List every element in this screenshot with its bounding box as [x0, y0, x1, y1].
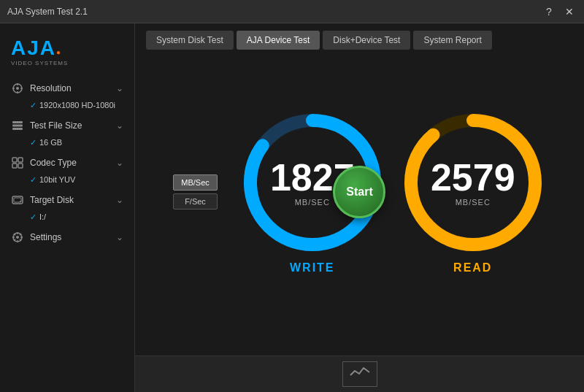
- main-container: AJA● VIDEO SYSTEMS Resolution ⌄ ✓1920x10…: [0, 23, 584, 392]
- sidebar-item-settings[interactable]: Settings ⌄: [0, 226, 134, 248]
- disk-value: ✓I:/: [0, 211, 134, 226]
- settings-chevron: ⌄: [116, 232, 123, 242]
- aja-logo: AJA● VIDEO SYSTEMS: [0, 31, 134, 77]
- tab-aja-device-test[interactable]: AJA Device Test: [237, 31, 320, 50]
- filesize-check: ✓: [30, 138, 36, 147]
- read-gauge: 2579 MB/SEC: [400, 109, 546, 255]
- resolution-chevron: ⌄: [116, 83, 123, 93]
- read-label: READ: [453, 261, 492, 274]
- start-button-container: Start: [333, 166, 385, 218]
- write-unit: MB/SEC: [295, 198, 330, 207]
- svg-rect-6: [12, 121, 23, 123]
- write-label: WRITE: [290, 261, 335, 274]
- codec-check: ✓: [30, 175, 36, 184]
- aja-subtitle: VIDEO SYSTEMS: [11, 60, 123, 66]
- close-button[interactable]: ✕: [562, 4, 577, 19]
- svg-point-1: [16, 87, 19, 90]
- codec-chevron: ⌄: [116, 158, 123, 168]
- codec-value: ✓10bit YUV: [0, 174, 134, 189]
- fsec-button[interactable]: F/Sec: [173, 193, 218, 210]
- settings-label: Settings: [30, 232, 116, 242]
- disk-chevron: ⌄: [116, 195, 123, 205]
- sidebar-item-disk[interactable]: Target Disk ⌄: [0, 189, 134, 211]
- title-bar-text: AJA System Test 2.1: [7, 7, 542, 17]
- filesize-label: Test File Size: [30, 120, 116, 131]
- resolution-label: Resolution: [30, 83, 116, 93]
- content-area: System Disk Test AJA Device Test Disk+De…: [135, 23, 584, 392]
- tab-system-report[interactable]: System Report: [413, 31, 491, 50]
- start-button[interactable]: Start: [333, 166, 385, 218]
- mbsec-button[interactable]: MB/Sec: [173, 174, 218, 191]
- bottom-bar: [135, 356, 584, 392]
- read-value: 2579: [431, 158, 515, 196]
- tab-disk-device-test[interactable]: Disk+Device Test: [323, 31, 410, 50]
- svg-rect-8: [12, 128, 23, 130]
- svg-rect-7: [12, 125, 23, 127]
- filesize-chevron: ⌄: [116, 120, 123, 131]
- filesize-icon: [11, 119, 24, 132]
- aja-logo-text: AJA●: [11, 38, 62, 58]
- help-button[interactable]: ?: [542, 4, 556, 19]
- settings-icon: [11, 231, 24, 244]
- title-bar: AJA System Test 2.1 ? ✕: [0, 0, 584, 23]
- read-gauge-inner: 2579 MB/SEC: [431, 158, 515, 207]
- resolution-icon: [11, 82, 24, 95]
- tab-system-disk-test[interactable]: System Disk Test: [146, 31, 234, 50]
- chart-icon[interactable]: [342, 361, 377, 387]
- read-unit: MB/SEC: [456, 198, 491, 207]
- unit-buttons: MB/Sec F/Sec: [173, 174, 218, 210]
- sidebar-item-codec[interactable]: Codec Type ⌄: [0, 152, 134, 174]
- disk-check: ✓: [30, 212, 36, 221]
- sidebar-item-filesize[interactable]: Test File Size ⌄: [0, 115, 134, 137]
- gauge-area: MB/Sec F/Sec 1827 MB/SEC: [135, 57, 584, 356]
- svg-point-17: [16, 236, 19, 239]
- sidebar-item-resolution[interactable]: Resolution ⌄: [0, 77, 134, 99]
- filesize-value: ✓16 GB: [0, 137, 134, 152]
- title-bar-controls: ? ✕: [542, 4, 577, 19]
- gauges-row: MB/Sec F/Sec 1827 MB/SEC: [173, 109, 546, 274]
- sidebar: AJA● VIDEO SYSTEMS Resolution ⌄ ✓1920x10…: [0, 23, 135, 392]
- svg-rect-12: [18, 164, 23, 168]
- codec-label: Codec Type: [30, 158, 116, 168]
- disk-icon: [11, 193, 24, 207]
- read-gauge-container: 2579 MB/SEC READ: [400, 109, 546, 274]
- disk-label: Target Disk: [30, 195, 116, 205]
- tab-bar: System Disk Test AJA Device Test Disk+De…: [135, 23, 584, 57]
- svg-rect-10: [18, 158, 23, 162]
- svg-point-15: [20, 201, 21, 202]
- codec-icon: [11, 156, 24, 169]
- resolution-check: ✓: [30, 101, 36, 109]
- resolution-value: ✓1920x1080 HD-1080i: [0, 99, 134, 115]
- svg-rect-9: [12, 158, 17, 162]
- svg-rect-11: [12, 164, 17, 168]
